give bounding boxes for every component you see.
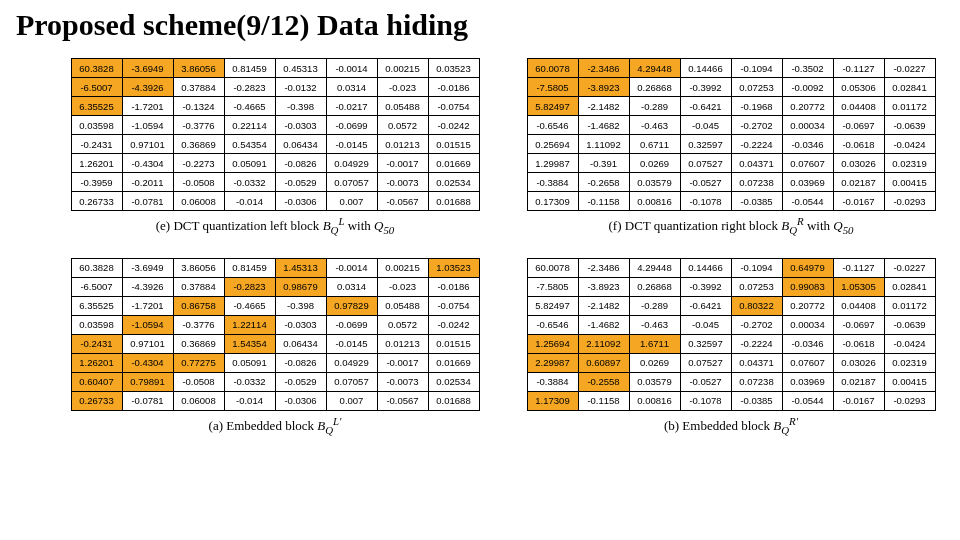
table-cell: -0.1968 bbox=[731, 97, 782, 116]
table-cell: 0.14466 bbox=[680, 258, 731, 277]
table-cell: 2.11092 bbox=[578, 334, 629, 353]
table-cell: -0.1094 bbox=[731, 258, 782, 277]
table-cell: 0.54354 bbox=[224, 135, 275, 154]
table-cell: 0.07607 bbox=[782, 353, 833, 372]
table-cell: -0.0073 bbox=[377, 372, 428, 391]
table-cell: -0.3884 bbox=[527, 173, 578, 192]
table-cell: 0.86758 bbox=[173, 296, 224, 315]
table-cell: 0.25694 bbox=[527, 135, 578, 154]
table-cell: 1.45313 bbox=[275, 258, 326, 277]
table-cell: -0.0014 bbox=[326, 59, 377, 78]
table-cell: 0.26868 bbox=[629, 78, 680, 97]
table-cell: -3.8923 bbox=[578, 78, 629, 97]
table-cell: -0.0227 bbox=[884, 59, 935, 78]
table-cell: 0.98679 bbox=[275, 277, 326, 296]
table-cell: -3.6949 bbox=[122, 59, 173, 78]
table-cell: -0.014 bbox=[224, 391, 275, 410]
table-cell: -0.0529 bbox=[275, 372, 326, 391]
table-cell: -0.3502 bbox=[782, 59, 833, 78]
table-cell: -0.0826 bbox=[275, 154, 326, 173]
table-cell: -0.045 bbox=[680, 315, 731, 334]
table-cell: -2.3486 bbox=[578, 59, 629, 78]
table-cell: 0.06434 bbox=[275, 334, 326, 353]
table-cell: -0.2431 bbox=[71, 334, 122, 353]
table-cell: -0.0424 bbox=[884, 334, 935, 353]
table-cell: -0.1127 bbox=[833, 59, 884, 78]
table-cell: -2.1482 bbox=[578, 296, 629, 315]
table-cell: 0.01669 bbox=[428, 154, 479, 173]
table-cell: -0.0242 bbox=[428, 116, 479, 135]
table-cell: 0.01213 bbox=[377, 135, 428, 154]
panel-a: 60.3828-3.69493.860560.814591.45313-0.00… bbox=[62, 258, 488, 436]
table-cell: -0.0346 bbox=[782, 334, 833, 353]
table-cell: -0.045 bbox=[680, 116, 731, 135]
table-cell: -0.289 bbox=[629, 296, 680, 315]
table-cell: -0.0303 bbox=[275, 116, 326, 135]
table-cell: -0.2558 bbox=[578, 372, 629, 391]
table-cell: 0.05488 bbox=[377, 97, 428, 116]
table-cell: -0.289 bbox=[629, 97, 680, 116]
table-cell: -0.0293 bbox=[884, 391, 935, 410]
table-cell: 0.0314 bbox=[326, 78, 377, 97]
table-cell: 0.64979 bbox=[782, 258, 833, 277]
table-cell: -0.0217 bbox=[326, 97, 377, 116]
table-cell: -0.6421 bbox=[680, 296, 731, 315]
table-b: 60.0078-2.34864.294480.14466-0.10940.649… bbox=[527, 258, 936, 411]
table-cell: -0.0017 bbox=[377, 154, 428, 173]
table-cell: -3.8923 bbox=[578, 277, 629, 296]
table-cell: -0.6546 bbox=[527, 315, 578, 334]
table-cell: 0.01688 bbox=[428, 391, 479, 410]
table-cell: -0.1158 bbox=[578, 391, 629, 410]
table-cell: -0.0306 bbox=[275, 391, 326, 410]
table-cell: -0.3992 bbox=[680, 78, 731, 97]
table-cell: -0.1094 bbox=[731, 59, 782, 78]
table-cell: 1.17309 bbox=[527, 391, 578, 410]
table-f: 60.0078-2.34864.294480.14466-0.1094-0.35… bbox=[527, 58, 936, 211]
table-cell: -0.0781 bbox=[122, 391, 173, 410]
table-cell: 0.04408 bbox=[833, 97, 884, 116]
table-cell: 0.01213 bbox=[377, 334, 428, 353]
table-cell: 0.04408 bbox=[833, 296, 884, 315]
table-cell: 0.26733 bbox=[71, 391, 122, 410]
table-cell: -0.0293 bbox=[884, 192, 935, 211]
table-cell: -1.0594 bbox=[122, 116, 173, 135]
table-cell: -0.1324 bbox=[173, 97, 224, 116]
table-cell: 0.02187 bbox=[833, 173, 884, 192]
table-cell: -0.0073 bbox=[377, 173, 428, 192]
table-cell: -1.7201 bbox=[122, 97, 173, 116]
table-cell: 0.17309 bbox=[527, 192, 578, 211]
table-cell: 0.14466 bbox=[680, 59, 731, 78]
table-cell: -0.0781 bbox=[122, 192, 173, 211]
table-cell: 0.20772 bbox=[782, 97, 833, 116]
table-cell: -0.0167 bbox=[833, 192, 884, 211]
table-cell: -6.5007 bbox=[71, 78, 122, 97]
table-cell: 6.35525 bbox=[71, 296, 122, 315]
table-cell: -1.4682 bbox=[578, 116, 629, 135]
table-cell: 0.0314 bbox=[326, 277, 377, 296]
table-cell: 0.0269 bbox=[629, 353, 680, 372]
table-cell: -4.3926 bbox=[122, 78, 173, 97]
table-cell: 0.01515 bbox=[428, 135, 479, 154]
table-cell: 0.07527 bbox=[680, 353, 731, 372]
table-cell: 0.02534 bbox=[428, 173, 479, 192]
table-cell: -6.5007 bbox=[71, 277, 122, 296]
panel-e: 60.3828-3.69493.860560.814590.45313-0.00… bbox=[62, 58, 488, 236]
table-cell: -0.0697 bbox=[833, 315, 884, 334]
table-cell: 0.32597 bbox=[680, 135, 731, 154]
figure-grid: 60.3828-3.69493.860560.814590.45313-0.00… bbox=[62, 58, 944, 436]
table-cell: 0.00215 bbox=[377, 59, 428, 78]
table-cell: 0.05091 bbox=[224, 353, 275, 372]
table-cell: 0.07238 bbox=[731, 372, 782, 391]
table-cell: 0.02319 bbox=[884, 353, 935, 372]
table-cell: 5.82497 bbox=[527, 97, 578, 116]
table-cell: 0.007 bbox=[326, 192, 377, 211]
table-cell: 0.06434 bbox=[275, 135, 326, 154]
table-cell: 0.01172 bbox=[884, 97, 935, 116]
table-cell: -0.0242 bbox=[428, 315, 479, 334]
table-cell: -0.1158 bbox=[578, 192, 629, 211]
table-cell: 0.60407 bbox=[71, 372, 122, 391]
table-cell: 0.03026 bbox=[833, 154, 884, 173]
table-cell: 0.01172 bbox=[884, 296, 935, 315]
table-cell: 1.6711 bbox=[629, 334, 680, 353]
table-cell: -0.0639 bbox=[884, 315, 935, 334]
